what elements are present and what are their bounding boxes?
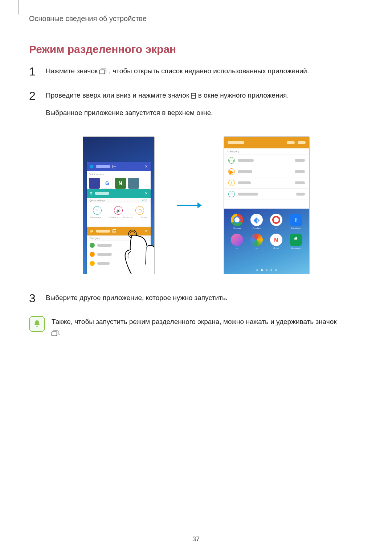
card-title [96, 230, 110, 233]
note-row: Также, чтобы запустить режим разделенног… [29, 316, 363, 340]
section-title: Режим разделенного экран [29, 43, 363, 56]
step-body: Проведите вверх или вниз и нажмите значо… [46, 90, 289, 123]
row-label [97, 253, 112, 256]
svg-rect-0 [100, 70, 105, 74]
row-videos: ▶ [224, 166, 309, 177]
app-gallery: — [228, 234, 246, 249]
close-all-label: CLOSE ALL [83, 266, 154, 274]
step-number: 3 [29, 292, 38, 304]
figure-area: 🌐 × Quick access G N [29, 136, 363, 274]
label-display: Display [140, 216, 147, 218]
phone-before: 🌐 × Quick access G N [83, 136, 155, 274]
recent-apps-icon [52, 328, 59, 340]
app-generic: — [268, 214, 285, 229]
videos-icon: ▶ [228, 168, 235, 175]
tile-yahoo [89, 178, 100, 189]
row-label [238, 181, 251, 184]
sound-icon: 🔊 [114, 206, 123, 215]
note-body: Также, чтобы запустить режим разделенног… [52, 316, 337, 340]
step2-text2: Выбранное приложение запустится в верхне… [46, 107, 289, 118]
app-facebook: fFacebook [287, 214, 305, 229]
data-usage-icon: ⫯ [93, 206, 102, 215]
step1-text-before: Нажмите значок [46, 67, 99, 75]
split-screen-icon [113, 165, 116, 168]
page-number: 37 [0, 535, 392, 543]
close-icon: × [145, 229, 147, 234]
svg-rect-7 [52, 332, 57, 336]
step-body: Выберите другое приложение, которое нужн… [46, 292, 228, 308]
step2-text-after: в окне нужного приложения. [198, 91, 289, 99]
gear-icon: ⚙ [90, 192, 93, 195]
audio-icon: ♪ [228, 180, 235, 186]
bell-icon [33, 320, 41, 328]
videos-icon [90, 252, 95, 257]
step-number: 1 [29, 66, 38, 77]
audio-icon [90, 261, 95, 266]
row-images: ▭ [224, 155, 309, 166]
app-gmail: MGmail [268, 234, 285, 249]
tile-naver: N [115, 178, 126, 189]
app-chrome: Chrome [228, 214, 246, 229]
close-icon: × [145, 164, 147, 169]
recent-card-settings: ⚙ × Quick settings EDIT ⫯ 🔊 ▢ Data usage… [87, 189, 151, 233]
row-audio: ♪ [224, 177, 309, 189]
row-value [295, 181, 305, 184]
phone-after: Category ▭ ▶ ♪ ≡ Chrome ⬖Dropbox [224, 136, 310, 274]
arrow-right-icon [176, 201, 202, 210]
row-label [238, 159, 254, 162]
images-icon: ▭ [228, 157, 235, 164]
step-body: Нажмите значок , чтобы открыть список не… [46, 66, 309, 83]
label-sound: Sounds and notifications [109, 216, 132, 218]
note-icon-box [29, 316, 45, 332]
svg-marker-6 [197, 202, 202, 208]
breadcrumb: Основные сведения об устройстве [29, 15, 363, 23]
step-3: 3 Выберите другое приложение, которое ну… [29, 292, 363, 308]
edit-label: EDIT [142, 199, 148, 202]
page-indicator [224, 269, 309, 271]
images-icon [90, 243, 95, 248]
side-rule [18, 0, 19, 15]
row-label [238, 193, 258, 196]
tile-google: G [102, 178, 113, 189]
row-label [97, 262, 110, 265]
app-dropbox: ⬖Dropbox [248, 214, 265, 229]
recent-apps-icon [99, 67, 107, 78]
note-text-after: . [59, 329, 61, 337]
row-value [296, 193, 305, 196]
documents-icon: ≡ [228, 191, 235, 197]
row-value [295, 170, 305, 173]
step-number: 2 [29, 90, 38, 102]
label-data: Data usage [90, 216, 102, 218]
step1-text-after: , чтобы открыть список недавно использов… [109, 67, 309, 75]
files-header [224, 137, 309, 148]
folder-icon: 📁 [90, 229, 94, 233]
row-label [97, 244, 112, 247]
quick-settings-label: Quick settings [90, 199, 106, 202]
card-title [96, 165, 110, 168]
app-photos: — [248, 234, 265, 249]
note-text-before: Также, чтобы запустить режим разделенног… [52, 318, 337, 325]
manual-page: Основные сведения об устройстве Режим ра… [0, 0, 392, 340]
globe-icon: 🌐 [90, 165, 94, 168]
app-hangouts: ❝Hangouts [287, 234, 305, 249]
row-documents: ≡ [224, 189, 309, 200]
category-label: Category [87, 235, 151, 241]
split-screen-icon [191, 91, 196, 102]
tile-generic [128, 178, 139, 189]
row-label [238, 170, 252, 173]
home-screen: Chrome ⬖Dropbox — fFacebook — — MGmail ❝… [224, 209, 309, 274]
split-screen-icon [113, 229, 116, 233]
card-title [95, 192, 109, 195]
step2-text-before: Проведите вверх или вниз и нажмите значо… [46, 91, 191, 99]
step-2: 2 Проведите вверх или вниз и нажмите зна… [29, 90, 363, 123]
quick-access-label: Quick access [89, 173, 148, 176]
row-value [295, 159, 305, 162]
step3-text: Выберите другое приложение, которое нужн… [46, 292, 228, 303]
category-label: Category [224, 148, 309, 155]
close-icon: × [145, 191, 147, 196]
step-1: 1 Нажмите значок , чтобы открыть список … [29, 66, 363, 83]
display-icon: ▢ [135, 206, 144, 215]
